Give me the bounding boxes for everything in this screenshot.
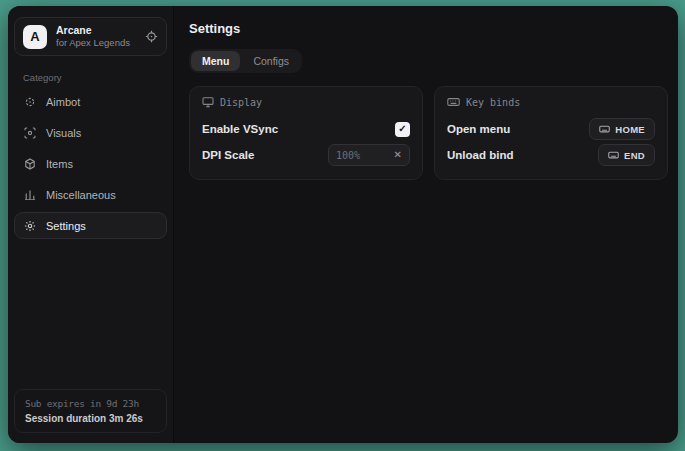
display-card: Display Enable VSync ✓ DPI Scale 100% ✕: [189, 86, 423, 180]
clear-icon[interactable]: ✕: [394, 150, 402, 160]
monitor-icon: [202, 96, 214, 108]
vsync-checkbox[interactable]: ✓: [395, 122, 410, 137]
keybinds-card: Key binds Open menu HOME: [434, 86, 668, 180]
display-card-title: Display: [220, 97, 262, 108]
brand-title: Arcane: [56, 24, 130, 37]
sidebar-item-label: Settings: [46, 220, 86, 232]
keybinds-card-title: Key binds: [466, 97, 520, 108]
sidebar-item-label: Miscellaneous: [46, 189, 116, 201]
crosshair-icon: [24, 96, 36, 108]
open-menu-row: Open menu HOME: [447, 116, 655, 142]
keyboard-icon: [447, 96, 460, 108]
sidebar-item-label: Visuals: [46, 127, 81, 139]
brand-text: Arcane for Apex Legends: [56, 24, 130, 49]
session-duration-text: Session duration 3m 26s: [25, 413, 156, 424]
sub-expiry-text: Sub expires in 9d 23h: [25, 398, 156, 409]
dpi-label: DPI Scale: [202, 149, 254, 161]
brand-subtitle: for Apex Legends: [56, 37, 130, 49]
category-nav: Aimbot Visuals Items: [14, 88, 167, 239]
sidebar-item-label: Aimbot: [46, 96, 80, 108]
sidebar-item-aimbot[interactable]: Aimbot: [14, 88, 167, 115]
page-title: Settings: [189, 21, 668, 36]
settings-cards: Display Enable VSync ✓ DPI Scale 100% ✕: [189, 86, 668, 180]
main-panel: Settings Menu Configs Display: [174, 6, 678, 443]
open-menu-label: Open menu: [447, 123, 510, 135]
unload-bind-value: END: [624, 150, 645, 161]
open-menu-bind-value: HOME: [615, 124, 645, 135]
dpi-scale-value: 100%: [336, 150, 360, 161]
keyboard-icon: [599, 124, 610, 134]
tab-configs[interactable]: Configs: [242, 51, 300, 71]
keyboard-icon: [608, 150, 619, 160]
gear-icon: [24, 220, 36, 232]
dpi-row: DPI Scale 100% ✕: [202, 142, 410, 168]
sidebar: A Arcane for Apex Legends Category: [8, 6, 174, 443]
unload-bind-button[interactable]: END: [598, 144, 655, 166]
columns-icon: [24, 189, 36, 201]
sidebar-item-items[interactable]: Items: [14, 150, 167, 177]
app-logo: A: [23, 25, 47, 49]
settings-tabbar: Menu Configs: [189, 49, 302, 73]
unload-bind-row: Unload bind END: [447, 142, 655, 168]
unload-bind-label: Unload bind: [447, 149, 513, 161]
sidebar-item-settings[interactable]: Settings: [14, 212, 167, 239]
vsync-row: Enable VSync ✓: [202, 116, 410, 142]
arcane-app-window: A Arcane for Apex Legends Category: [8, 6, 678, 443]
scan-eye-icon: [24, 127, 36, 139]
tab-menu[interactable]: Menu: [191, 51, 240, 71]
keybinds-card-header: Key binds: [447, 96, 655, 108]
brand-card: A Arcane for Apex Legends: [14, 17, 167, 56]
package-icon: [24, 158, 36, 170]
target-icon: [145, 30, 158, 43]
category-label: Category: [23, 72, 167, 83]
dpi-scale-input[interactable]: 100% ✕: [328, 144, 410, 166]
display-card-header: Display: [202, 96, 410, 108]
vsync-label: Enable VSync: [202, 123, 278, 135]
sidebar-item-label: Items: [46, 158, 73, 170]
open-menu-bind-button[interactable]: HOME: [589, 118, 655, 140]
sidebar-item-miscellaneous[interactable]: Miscellaneous: [14, 181, 167, 208]
subscription-info-card: Sub expires in 9d 23h Session duration 3…: [14, 389, 167, 433]
sidebar-item-visuals[interactable]: Visuals: [14, 119, 167, 146]
